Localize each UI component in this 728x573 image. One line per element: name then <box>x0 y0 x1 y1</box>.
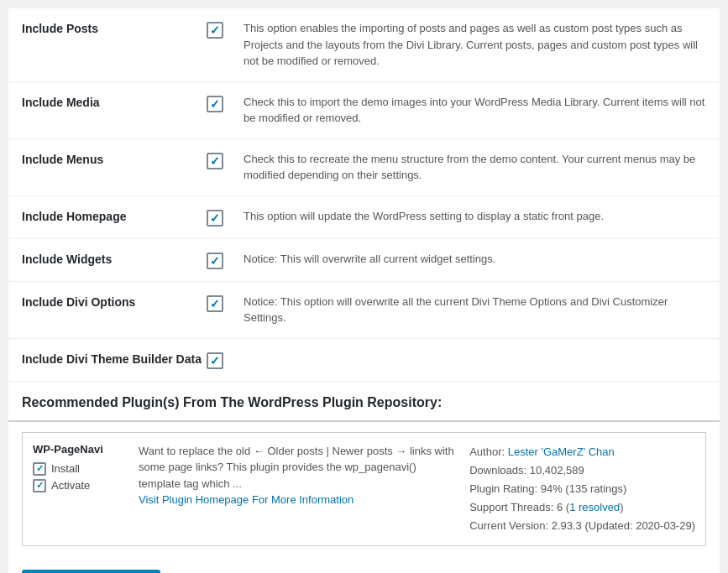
plugin-name-col: WP-PageNavi ✓ Install ✓ Activate <box>33 443 125 496</box>
plugin-install-action: ✓ Install <box>33 462 125 476</box>
option-label-include-homepage: Include Homepage <box>22 208 207 223</box>
option-row-include-posts: Include Posts✓This option enables the im… <box>8 8 720 82</box>
option-checkbox-include-homepage[interactable]: ✓ <box>207 210 223 227</box>
option-check-icon-include-media: ✓ <box>210 98 220 110</box>
plugin-name: WP-PageNavi <box>33 443 125 456</box>
plugin-meta-col: Author: Lester 'GaMerZ' Chan Downloads: … <box>469 443 695 535</box>
option-check-icon-include-divi-theme: ✓ <box>210 355 220 367</box>
option-checkbox-include-posts[interactable]: ✓ <box>207 22 223 39</box>
plugin-row: WP-PageNavi ✓ Install ✓ Activate Want to… <box>23 433 705 545</box>
plugin-section: WP-PageNavi ✓ Install ✓ Activate Want to… <box>22 432 706 546</box>
option-row-include-media: Include Media✓Check this to import the d… <box>8 82 720 139</box>
plugin-desc-col: Want to replace the old ← Older posts | … <box>139 443 456 508</box>
option-checkbox-col-include-divi-theme: ✓ <box>207 351 244 369</box>
option-desc-include-homepage: This option will update the WordPress se… <box>244 208 706 225</box>
plugin-activate-action: ✓ Activate <box>33 479 125 492</box>
option-row-include-divi-options: Include Divi Options✓Notice: This option… <box>8 282 720 339</box>
plugin-activate-checkbox[interactable]: ✓ <box>33 479 46 492</box>
option-label-include-divi-options: Include Divi Options <box>22 294 207 309</box>
option-label-include-posts: Include Posts <box>22 20 207 35</box>
option-desc-include-menus: Check this to recreate the menu structur… <box>244 151 706 184</box>
option-label-include-widgets: Include Widgets <box>22 251 207 266</box>
plugin-install-check-icon: ✓ <box>36 463 44 474</box>
option-check-icon-include-menus: ✓ <box>210 155 220 167</box>
option-label-include-media: Include Media <box>22 94 207 109</box>
options-container: Include Posts✓This option enables the im… <box>8 8 720 382</box>
plugin-activate-check-icon: ✓ <box>36 480 44 491</box>
plugin-activate-label: Activate <box>51 479 90 492</box>
option-checkbox-include-divi-options[interactable]: ✓ <box>207 295 223 312</box>
plugin-support-link[interactable]: 1 resolved <box>569 501 620 513</box>
option-checkbox-col-include-posts: ✓ <box>207 20 244 39</box>
plugin-install-label: Install <box>51 462 80 475</box>
option-row-include-widgets: Include Widgets✓Notice: This will overwr… <box>8 239 720 282</box>
option-check-icon-include-posts: ✓ <box>210 24 220 36</box>
plugin-install-checkbox[interactable]: ✓ <box>33 462 46 476</box>
option-checkbox-col-include-menus: ✓ <box>207 151 244 169</box>
option-label-include-menus: Include Menus <box>22 151 207 166</box>
recommended-section-title: Recommended Plugin(s) From The WordPress… <box>8 382 720 422</box>
option-checkbox-col-include-media: ✓ <box>207 94 244 112</box>
option-checkbox-include-divi-theme[interactable]: ✓ <box>207 352 223 369</box>
plugin-visit-link[interactable]: Visit Plugin Homepage For More Informati… <box>139 493 354 506</box>
main-container: Include Posts✓This option enables the im… <box>8 8 720 573</box>
option-checkbox-include-menus[interactable]: ✓ <box>207 153 223 169</box>
plugin-description: Want to replace the old ← Older posts | … <box>139 445 454 490</box>
plugin-support: Support Threads: 6 (1 resolved) <box>469 498 695 517</box>
plugin-rating: Plugin Rating: 94% (135 ratings) <box>469 480 695 498</box>
option-desc-include-divi-options: Notice: This option will overwrite all t… <box>244 294 706 326</box>
plugin-downloads: Downloads: 10,402,589 <box>469 461 695 480</box>
option-row-include-homepage: Include Homepage✓This option will update… <box>8 196 720 239</box>
option-desc-include-posts: This option enables the importing of pos… <box>244 20 706 70</box>
option-check-icon-include-homepage: ✓ <box>210 212 220 224</box>
option-checkbox-include-media[interactable]: ✓ <box>207 96 223 112</box>
option-row-include-menus: Include Menus✓Check this to recreate the… <box>8 139 720 196</box>
import-demo-content-button[interactable]: Import Demo Content <box>22 570 160 573</box>
option-check-icon-include-widgets: ✓ <box>210 255 220 267</box>
plugin-author-link[interactable]: Lester 'GaMerZ' Chan <box>508 445 615 458</box>
plugin-author: Author: Lester 'GaMerZ' Chan <box>469 443 695 461</box>
option-checkbox-col-include-divi-options: ✓ <box>207 294 244 312</box>
option-check-icon-include-divi-options: ✓ <box>210 298 220 310</box>
option-label-include-divi-theme: Include Divi Theme Builder Data <box>22 351 207 366</box>
option-desc-include-media: Check this to import the demo images int… <box>244 94 706 127</box>
option-checkbox-col-include-widgets: ✓ <box>207 251 244 269</box>
plugin-version: Current Version: 2.93.3 (Updated: 2020-0… <box>469 517 695 535</box>
option-checkbox-col-include-homepage: ✓ <box>207 208 244 227</box>
option-row-include-divi-theme: Include Divi Theme Builder Data✓ <box>8 339 720 382</box>
option-checkbox-include-widgets[interactable]: ✓ <box>207 253 223 269</box>
option-desc-include-widgets: Notice: This will overwrite all current … <box>244 251 706 268</box>
